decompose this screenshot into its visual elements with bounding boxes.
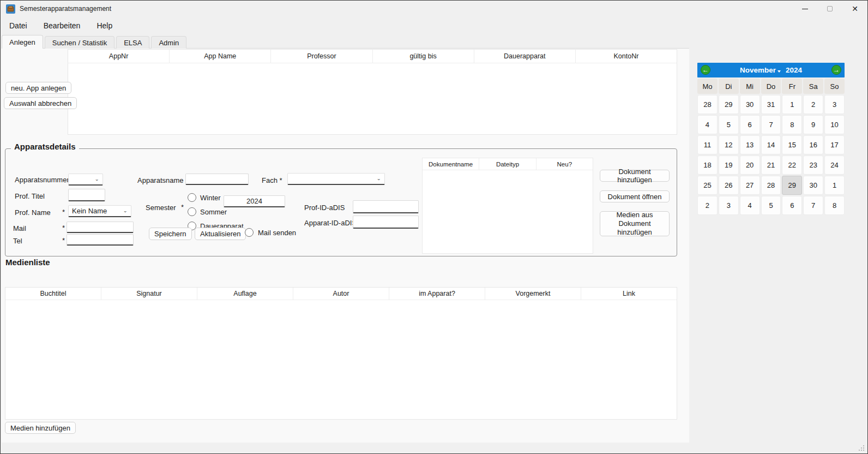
calendar-day[interactable]: 15: [782, 135, 802, 154]
calendar-day[interactable]: 6: [782, 196, 802, 215]
calendar-day[interactable]: 8: [782, 115, 802, 134]
calendar-day[interactable]: 1: [782, 95, 802, 114]
calendar-day[interactable]: 19: [719, 156, 739, 175]
calendar-day[interactable]: 29: [782, 176, 802, 195]
calendar-day[interactable]: 2: [803, 95, 823, 114]
calendar-day[interactable]: 25: [697, 176, 718, 195]
calendar-day[interactable]: 7: [803, 196, 823, 215]
mail-senden-checkbox[interactable]: Mail senden: [245, 228, 296, 237]
prof-id-adis-input[interactable]: [353, 200, 419, 213]
calendar-day[interactable]: 5: [761, 196, 781, 215]
calendar-day[interactable]: 4: [740, 196, 760, 215]
calendar-day[interactable]: 5: [719, 115, 739, 134]
calendar-day[interactable]: 1: [824, 176, 845, 195]
new-app-button[interactable]: neu. App anlegen: [5, 82, 71, 94]
calendar-day[interactable]: 18: [697, 156, 718, 175]
calendar-day[interactable]: 12: [719, 135, 739, 154]
calendar-day[interactable]: 28: [697, 95, 718, 114]
calendar-month-year[interactable]: November 2024: [697, 66, 845, 74]
media-table-column-header[interactable]: Buchtitel: [5, 288, 101, 300]
calendar-day[interactable]: 3: [719, 196, 739, 215]
media-table-column-header[interactable]: Vorgemerkt: [485, 288, 581, 300]
apps-table-column-header[interactable]: Dauerapparat: [474, 50, 576, 63]
apparatsname-input[interactable]: [185, 174, 249, 185]
calendar-day[interactable]: 17: [824, 135, 845, 154]
media-table[interactable]: BuchtitelSignaturAuflageAutorim Apparat?…: [5, 287, 677, 420]
calendar-day[interactable]: 13: [740, 135, 760, 154]
calendar-next-button[interactable]: →: [831, 65, 841, 75]
calendar-day[interactable]: 26: [719, 176, 739, 195]
mail-input[interactable]: [67, 222, 134, 233]
calendar-day[interactable]: 22: [782, 156, 802, 175]
tab[interactable]: ELSA: [116, 36, 149, 49]
apps-table-column-header[interactable]: AppNr: [68, 50, 170, 63]
apparatsnummer-label: Apparatsnummer: [15, 174, 69, 186]
maximize-button[interactable]: [817, 1, 842, 17]
prof-name-select[interactable]: Kein Name ⌄: [68, 205, 131, 217]
media-from-document-button[interactable]: Medien aus Dokument hinzufügen: [600, 211, 670, 236]
document-table-column-header[interactable]: Dokumentname: [423, 158, 479, 170]
document-add-button[interactable]: Dokument hinzufügen: [600, 170, 670, 182]
calendar-day[interactable]: 16: [803, 135, 823, 154]
cancel-selection-button[interactable]: Auswahl abbrechen: [4, 97, 77, 109]
calendar-day[interactable]: 27: [740, 176, 760, 195]
semester-year-input[interactable]: [224, 195, 285, 207]
calendar-month[interactable]: November: [740, 66, 776, 74]
tab[interactable]: Suchen / Statistik: [45, 36, 114, 49]
save-button[interactable]: Speichern: [149, 228, 192, 240]
calendar-day[interactable]: 2: [697, 196, 718, 215]
fach-select[interactable]: ⌄: [287, 173, 385, 185]
close-button[interactable]: ✕: [842, 1, 867, 17]
calendar-day[interactable]: 11: [697, 135, 718, 154]
apps-table-column-header[interactable]: gültig bis: [373, 50, 474, 63]
document-table-column-header[interactable]: Neu?: [537, 158, 593, 170]
calendar-day[interactable]: 30: [803, 176, 823, 195]
menu-item[interactable]: Help: [97, 21, 112, 30]
media-table-column-header[interactable]: Signatur: [101, 288, 197, 300]
media-table-column-header[interactable]: Autor: [293, 288, 389, 300]
calendar-day[interactable]: 20: [740, 156, 760, 175]
calendar-day[interactable]: 29: [719, 95, 739, 114]
document-table-column-header[interactable]: Dateityp: [479, 158, 536, 170]
resize-grip[interactable]: [858, 444, 864, 451]
calendar-day[interactable]: 7: [761, 115, 781, 134]
apparatsnummer-select[interactable]: ⌄: [68, 174, 103, 186]
calendar-day[interactable]: 8: [824, 196, 845, 215]
prof-titel-input[interactable]: [68, 189, 105, 201]
apps-table[interactable]: AppNrApp NameProfessorgültig bisDauerapp…: [68, 49, 677, 135]
calendar-day[interactable]: 30: [740, 95, 760, 114]
tel-input[interactable]: [67, 234, 134, 246]
menu-item[interactable]: Bearbeiten: [44, 21, 81, 30]
media-table-column-header[interactable]: im Apparat?: [389, 288, 485, 300]
calendar-day[interactable]: 6: [740, 115, 760, 134]
calendar-day[interactable]: 28: [761, 176, 781, 195]
media-table-column-header[interactable]: Auflage: [197, 288, 293, 300]
calendar-day[interactable]: 3: [824, 95, 845, 114]
calendar-year[interactable]: 2024: [786, 66, 802, 74]
calendar-day[interactable]: 24: [824, 156, 845, 175]
calendar-day[interactable]: 4: [697, 115, 718, 134]
document-table[interactable]: DokumentnameDateitypNeu?: [422, 158, 593, 254]
apps-table-column-header[interactable]: KontoNr: [576, 50, 677, 63]
calendar-day[interactable]: 9: [803, 115, 823, 134]
add-media-button[interactable]: Medien hinzufügen: [5, 422, 76, 434]
apps-table-column-header[interactable]: Professor: [271, 50, 372, 63]
calendar: ← November 2024 → MoDiMiDoFrSaSo 2829303…: [697, 63, 845, 215]
mail-required-marker: *: [62, 224, 65, 232]
calendar-day[interactable]: 31: [761, 95, 781, 114]
refresh-button[interactable]: Aktualisieren: [195, 228, 246, 240]
tab[interactable]: Anlegen: [2, 35, 43, 49]
calendar-day[interactable]: 21: [761, 156, 781, 175]
chevron-down-icon: ⌄: [95, 177, 99, 182]
calendar-day[interactable]: 10: [824, 115, 845, 134]
minimize-button[interactable]: [792, 1, 817, 17]
calendar-prev-button[interactable]: ←: [701, 65, 710, 75]
document-open-button[interactable]: Dokument öffnen: [600, 190, 670, 202]
menu-item[interactable]: Datei: [9, 21, 27, 30]
media-table-column-header[interactable]: Link: [581, 288, 677, 300]
calendar-day[interactable]: 23: [803, 156, 823, 175]
apps-table-column-header[interactable]: App Name: [170, 50, 271, 63]
tab[interactable]: Admin: [151, 36, 186, 49]
apparat-id-adis-input[interactable]: [353, 216, 419, 229]
calendar-day[interactable]: 14: [761, 135, 781, 154]
